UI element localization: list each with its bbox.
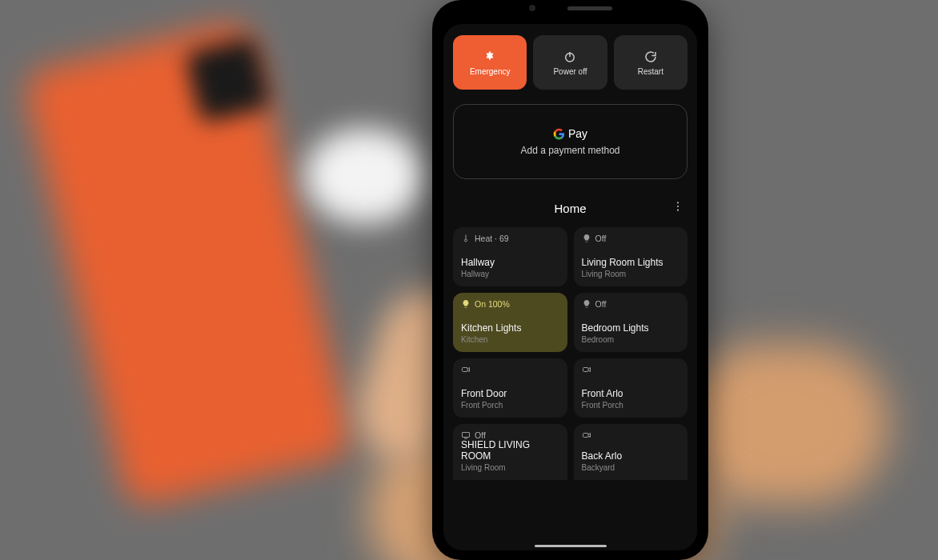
tile-name: Back Arlo: [582, 451, 680, 462]
restart-button[interactable]: Restart: [614, 35, 687, 90]
tile-room: Front Porch: [582, 401, 680, 410]
phone-screen: Emergency Power off Restart: [443, 24, 697, 550]
tile-status: Heat · 69: [475, 234, 509, 243]
more-vertical-icon: [671, 200, 684, 213]
device-tile[interactable]: On 100%Kitchen LightsKitchen: [453, 293, 567, 352]
emergency-icon: [483, 50, 497, 64]
background-earbud-case: [304, 128, 424, 224]
bulb-icon: [582, 234, 591, 243]
tile-status-row: On 100%: [461, 299, 559, 309]
tile-name: SHIELD LIVING ROOM: [461, 440, 559, 462]
tile-status-row: [582, 365, 680, 374]
background-orange-phone: [22, 18, 355, 510]
gpay-subtitle: Add a payment method: [520, 145, 619, 156]
svg-point-2: [677, 202, 679, 203]
tile-room: Hallway: [461, 270, 559, 278]
tile-status-row: [582, 430, 680, 440]
power-off-button[interactable]: Power off: [533, 35, 607, 90]
tile-room: Living Room: [582, 270, 680, 278]
camera-icon: [582, 430, 591, 440]
tile-room: Living Room: [461, 463, 559, 472]
emergency-button[interactable]: Emergency: [453, 35, 527, 90]
device-tile[interactable]: OffBedroom LightsBedroom: [574, 293, 688, 352]
svg-rect-10: [583, 434, 588, 438]
gpay-badge: Pay: [553, 127, 587, 140]
camera-icon: [582, 365, 591, 374]
bulb-icon: [582, 299, 591, 309]
phone-frame: Emergency Power off Restart: [432, 0, 708, 560]
tile-status-row: Heat · 69: [461, 234, 559, 243]
tile-name: Kitchen Lights: [461, 323, 559, 334]
more-options-button[interactable]: [670, 198, 686, 214]
gpay-brand-text: Pay: [568, 127, 587, 140]
tile-status: Off: [595, 234, 607, 243]
tile-status: Off: [595, 299, 607, 309]
device-tile[interactable]: Back ArloBackyard: [574, 424, 688, 480]
gpay-card[interactable]: Pay Add a payment method: [453, 104, 687, 179]
tile-body: SHIELD LIVING ROOMLiving Room: [461, 440, 559, 472]
device-grid: Heat · 69HallwayHallwayOffLiving Room Li…: [453, 227, 687, 480]
front-camera-icon: [529, 5, 535, 11]
svg-rect-8: [463, 433, 470, 438]
tile-body: HallwayHallway: [461, 258, 559, 278]
power-menu-row: Emergency Power off Restart: [453, 35, 687, 90]
tile-name: Hallway: [461, 258, 559, 269]
phone-speaker-icon: [567, 6, 612, 10]
restart-label: Restart: [638, 67, 663, 76]
tile-room: Kitchen: [461, 335, 559, 344]
tile-status-row: [461, 365, 559, 374]
tile-name: Front Arlo: [582, 389, 680, 400]
tile-name: Front Door: [461, 389, 559, 400]
power-icon: [563, 50, 577, 64]
device-tile[interactable]: Heat · 69HallwayHallway: [453, 227, 567, 286]
tile-body: Front ArloFront Porch: [582, 389, 680, 410]
svg-point-3: [677, 206, 679, 207]
tile-room: Front Porch: [461, 401, 559, 410]
tile-name: Living Room Lights: [582, 258, 680, 269]
tile-body: Bedroom LightsBedroom: [582, 323, 680, 344]
device-tile[interactable]: Front ArloFront Porch: [574, 358, 688, 418]
google-g-icon: [553, 128, 565, 140]
tile-status-row: Off: [582, 234, 680, 243]
tile-body: Front DoorFront Porch: [461, 389, 559, 410]
camera-icon: [461, 365, 471, 374]
device-tile[interactable]: OffLiving Room LightsLiving Room: [574, 227, 688, 286]
section-title: Home: [554, 202, 586, 215]
tile-body: Living Room LightsLiving Room: [582, 258, 680, 278]
svg-rect-6: [463, 368, 468, 372]
emergency-label: Emergency: [470, 67, 511, 76]
thermostat-icon: [461, 234, 471, 243]
phone-notch: [529, 5, 612, 11]
svg-point-4: [677, 210, 679, 211]
svg-rect-7: [583, 368, 588, 372]
tile-status: On 100%: [475, 299, 510, 309]
home-section-header: Home: [453, 197, 687, 219]
tile-room: Backyard: [582, 463, 680, 472]
tile-body: Kitchen LightsKitchen: [461, 323, 559, 344]
tile-body: Back ArloBackyard: [582, 451, 680, 472]
svg-point-5: [465, 239, 467, 242]
restart-icon: [643, 50, 658, 64]
home-indicator: [535, 545, 607, 547]
tile-status-row: Off: [582, 299, 680, 309]
device-tile[interactable]: OffSHIELD LIVING ROOMLiving Room: [453, 424, 567, 480]
tile-name: Bedroom Lights: [582, 323, 680, 334]
background-fingers: [680, 344, 888, 504]
bulb-icon: [461, 299, 471, 309]
power-off-label: Power off: [553, 67, 587, 76]
tile-room: Bedroom: [582, 335, 680, 344]
device-tile[interactable]: Front DoorFront Porch: [453, 358, 567, 418]
